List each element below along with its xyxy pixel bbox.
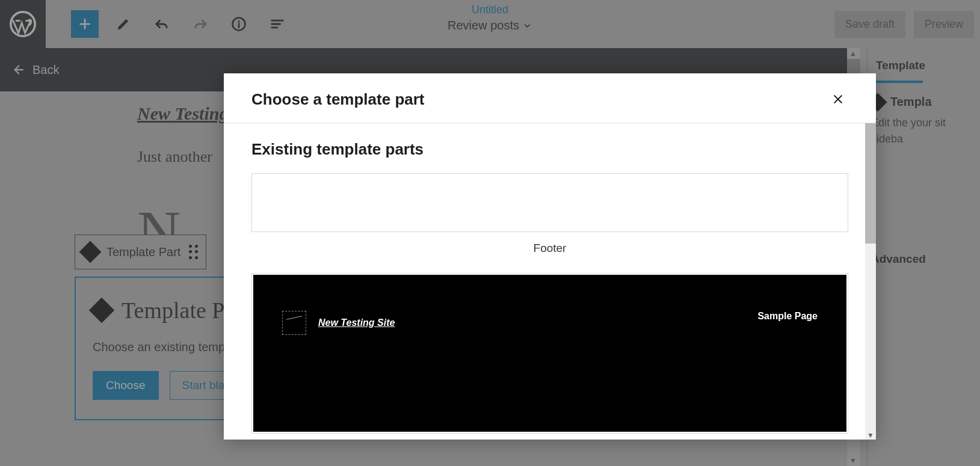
template-part-option-label: Footer xyxy=(251,242,848,255)
header-preview-site-title: New Testing Site xyxy=(318,317,395,328)
template-part-option-footer[interactable] xyxy=(251,173,848,232)
header-preview-left: New Testing Site xyxy=(282,311,395,335)
modal-close-button[interactable] xyxy=(828,89,848,109)
choose-template-part-modal: Choose a template part Existing template… xyxy=(224,73,876,440)
template-part-option-header[interactable]: New Testing Site Sample Page xyxy=(251,273,848,434)
header-preview-content: New Testing Site Sample Page xyxy=(253,275,846,432)
modal-title: Choose a template part xyxy=(251,90,425,109)
close-icon xyxy=(832,93,844,105)
scroll-down-icon: ▼ xyxy=(866,431,875,440)
modal-header: Choose a template part xyxy=(224,73,876,123)
modal-body: Existing template parts Footer New Testi… xyxy=(224,123,876,440)
modal-section-title: Existing template parts xyxy=(251,140,848,159)
scrollbar-thumb[interactable] xyxy=(865,123,876,244)
logo-placeholder-icon xyxy=(282,311,306,335)
modal-scrollbar[interactable]: ▲ ▼ xyxy=(865,123,876,440)
header-preview-nav-item: Sample Page xyxy=(757,311,818,322)
